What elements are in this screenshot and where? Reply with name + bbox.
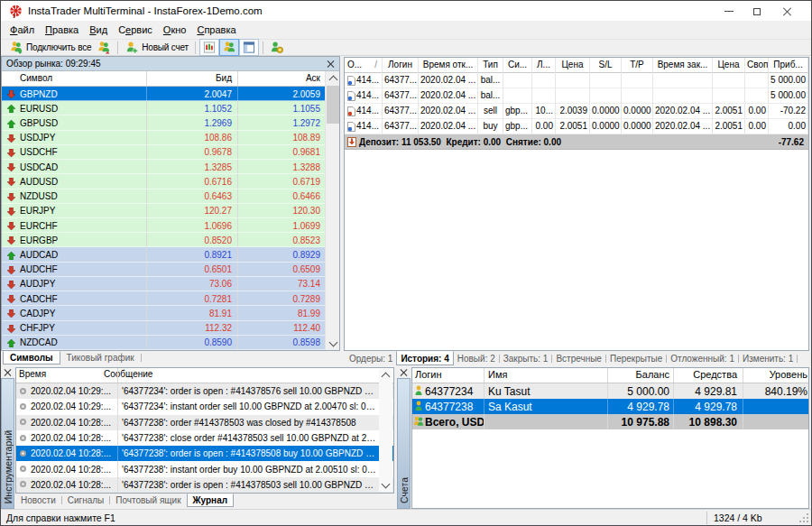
orders-col-11[interactable]: Цена <box>713 58 745 73</box>
market-watch-scrollbar[interactable] <box>325 71 339 350</box>
market-watch-tab-1[interactable]: Символы <box>3 351 60 365</box>
journal-scrollbar[interactable] <box>379 369 392 492</box>
orders-tab-4[interactable]: Закрыть: 1 <box>500 351 552 365</box>
col-equity[interactable]: Средства <box>676 369 737 380</box>
market-watch-header[interactable]: Символ Бид Аск <box>2 71 325 87</box>
orders-tab-2[interactable]: История: 4 <box>396 351 453 365</box>
market-row-USDCHF[interactable]: USDCHF0.96780.9681 <box>2 145 325 160</box>
tick-chart-button[interactable] <box>199 39 219 56</box>
orders-col-2[interactable]: Логин <box>383 58 419 73</box>
account-row-1[interactable]: 64377234Ku Tasut5 000.004 929.81840.19% <box>412 383 808 399</box>
accounts-vertical-tab[interactable]: Счета <box>397 378 411 509</box>
journal-row-1[interactable]: 2020.02.04 10:29:...'64377234': order is… <box>16 383 393 399</box>
orders-col-13[interactable]: Приб... <box>769 58 808 73</box>
market-row-GBPNZD[interactable]: GBPNZD2.00472.0059 <box>2 87 325 101</box>
market-row-EURCHF[interactable]: EURCHF1.06961.0699 <box>2 218 325 233</box>
market-row-NZDCAD[interactable]: NZDCAD0.85900.8598 <box>2 336 325 350</box>
journal-row-4[interactable]: 2020.02.04 10:28:...'64377238': close or… <box>16 430 393 446</box>
market-row-USDCAD[interactable]: USDCAD1.32851.3288 <box>2 160 325 174</box>
scroll-down-icon[interactable] <box>379 478 392 492</box>
toolbox-vertical-tab[interactable]: Инструментарий <box>1 378 14 509</box>
market-row-USDJPY[interactable]: USDJPY108.86108.89 <box>2 131 325 145</box>
col-name[interactable]: Имя <box>488 369 507 380</box>
col-time[interactable]: Время <box>19 369 46 379</box>
menu-view[interactable]: Вид <box>84 23 113 37</box>
orders-tab-8[interactable]: Изменить: 1 <box>739 351 797 365</box>
market-watch-close-icon[interactable] <box>327 60 334 68</box>
tile-windows-button[interactable] <box>239 39 259 56</box>
orders-tab-3[interactable]: Новый: 2 <box>454 351 499 365</box>
col-login[interactable]: Логин <box>415 369 442 380</box>
disconnect-all-button[interactable] <box>94 39 114 56</box>
menu-file[interactable]: Файл <box>5 23 40 37</box>
orders-tab-5[interactable]: Встречные <box>552 351 605 365</box>
orders-header[interactable]: О.../ЛогинВремя отк...ТипСи...Л...ЦенаS/… <box>345 58 808 73</box>
market-row-AUDCHF[interactable]: AUDCHF0.65010.6509 <box>2 263 325 277</box>
account-settings-button[interactable] <box>267 39 287 56</box>
orders-summary-row[interactable]: Депозит: 11 053.50 Кредит: 0.00 Снятие: … <box>345 134 808 150</box>
market-row-AUDUSD[interactable]: AUDUSD0.67160.6719 <box>2 174 325 189</box>
scroll-up-icon[interactable] <box>326 71 340 85</box>
orders-col-12[interactable]: Своп <box>745 58 769 73</box>
market-watch-titlebar[interactable]: Обзор рынка: 09:29:45 <box>2 57 339 71</box>
journal-tab-3[interactable]: Почтовый ящик <box>110 494 186 507</box>
journal-header[interactable]: Время Сообщение <box>16 368 393 383</box>
orders-tab-7[interactable]: Отложенный: 1 <box>667 351 738 365</box>
orders-tab-1[interactable]: Ордеры: 1 <box>346 351 396 365</box>
menu-help[interactable]: Справка <box>191 23 241 37</box>
col-message[interactable]: Сообщение <box>104 369 152 379</box>
scroll-down-icon[interactable] <box>326 337 340 350</box>
market-row-EURGBP[interactable]: EURGBP0.85200.8523 <box>2 233 325 247</box>
orders-col-1[interactable]: О.../ <box>345 58 383 73</box>
menu-service[interactable]: Сервис <box>113 23 158 37</box>
orders-col-6[interactable]: Л... <box>532 58 556 73</box>
orders-col-7[interactable]: Цена <box>556 58 590 73</box>
accounts-close-icon[interactable] <box>400 369 407 376</box>
market-row-AUDCAD[interactable]: AUDCAD0.89210.8929 <box>2 247 325 262</box>
col-balance[interactable]: Баланс <box>608 369 669 380</box>
orders-col-5[interactable]: Си... <box>503 58 532 73</box>
close-button[interactable] <box>771 2 802 21</box>
order-row-4[interactable]: 414...64377...2020.02.04 ...buygbp...0.0… <box>345 119 808 134</box>
market-row-AUDJPY[interactable]: AUDJPY73.0673.14 <box>2 277 325 291</box>
order-row-2[interactable]: 414...64377...2020.02.04 ...bal...5 000.… <box>345 88 808 104</box>
account-row-3[interactable]: Всего, USD10 975.8810 898.30 <box>412 414 808 429</box>
orders-col-3[interactable]: Время отк... <box>419 58 478 73</box>
order-row-1[interactable]: 414...64377...2020.02.04 ...bal...5 000.… <box>345 73 808 88</box>
maximize-button[interactable] <box>742 2 772 21</box>
journal-row-5[interactable]: 2020.02.04 10:28:...'64377238': order is… <box>16 446 393 461</box>
col-level[interactable]: Уровень <box>740 369 807 380</box>
journal-row-6[interactable]: 2020.02.04 10:28:...'64377238': instant … <box>16 461 393 476</box>
journal-row-2[interactable]: 2020.02.04 10:29:...'64377234': instant … <box>16 399 393 414</box>
market-row-CADJPY[interactable]: CADJPY81.9181.99 <box>2 306 325 320</box>
orders-col-4[interactable]: Тип <box>478 58 503 73</box>
orders-tab-6[interactable]: Перекрытые <box>606 351 666 365</box>
scroll-up-icon[interactable] <box>379 368 392 382</box>
orders-col-9[interactable]: T/P <box>622 58 653 73</box>
market-watch-tab-2[interactable]: Тиковый график <box>60 351 141 365</box>
market-row-CADCHF[interactable]: CADCHF0.72810.7289 <box>2 291 325 306</box>
market-row-EURJPY[interactable]: EURJPY120.27120.30 <box>2 204 325 218</box>
market-row-CHFJPY[interactable]: CHFJPY112.32112.40 <box>2 321 325 336</box>
orders-col-8[interactable]: S/L <box>590 58 622 73</box>
menu-edit[interactable]: Правка <box>40 23 84 37</box>
minimize-button[interactable] <box>714 2 744 21</box>
journal-close-icon[interactable] <box>4 369 11 376</box>
connect-all-button[interactable]: Подключить все <box>6 39 94 56</box>
journal-row-7[interactable]: 2020.02.04 10:28:...'64377238': order is… <box>16 477 393 493</box>
journal-tab-2[interactable]: Сигналы <box>62 494 110 507</box>
col-bid[interactable]: Бид <box>146 73 232 83</box>
resize-grip[interactable] <box>799 513 808 522</box>
orders-col-10[interactable]: Время зак... <box>653 58 713 73</box>
market-row-EURUSD[interactable]: EURUSD1.10521.1055 <box>2 101 325 115</box>
order-row-3[interactable]: 414...64377...2020.02.04 ...sellgbp...10… <box>345 104 808 119</box>
new-account-button[interactable]: Новый счет <box>122 39 191 56</box>
col-symbol[interactable]: Символ <box>20 73 52 83</box>
accounts-header[interactable]: Логин Имя Баланс Средства Уровень <box>412 368 808 383</box>
scrollbar-thumb[interactable] <box>327 86 339 124</box>
market-row-NZDUSD[interactable]: NZDUSD0.64630.6466 <box>2 189 325 204</box>
menu-window[interactable]: Окно <box>158 23 192 37</box>
journal-row-3[interactable]: 2020.02.04 10:28:...'64377238': order #4… <box>16 415 393 430</box>
market-row-GBPUSD[interactable]: GBPUSD1.29691.2972 <box>2 115 325 130</box>
journal-tab-1[interactable]: Новости <box>15 494 61 507</box>
